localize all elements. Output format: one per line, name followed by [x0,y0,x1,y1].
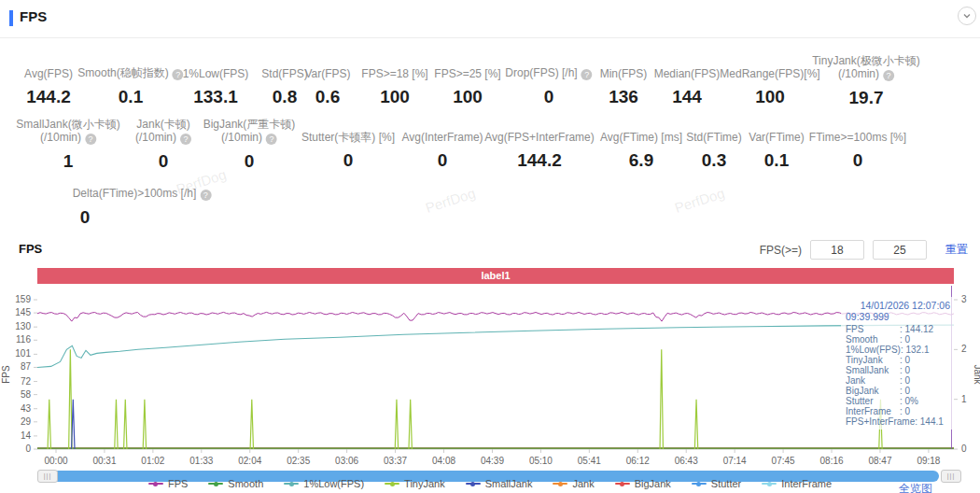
svg-text:00:00: 00:00 [44,456,67,466]
fps-threshold-input-2[interactable] [873,240,927,260]
metric-label: Median(FPS) [654,67,721,80]
metric-smooth: Smooth(稳帧指数)?0.1 [77,54,183,107]
svg-text:05:41: 05:41 [578,456,601,466]
svg-text:07:14: 07:14 [723,456,747,466]
metric-label: (/10min)? [16,131,119,145]
metric-value: 100 [361,87,427,107]
legend-label: Stutter [711,478,741,489]
help-icon[interactable]: ? [85,134,96,145]
svg-text:2: 2 [961,344,967,354]
legend-marker [762,481,777,486]
legend-item-smalljank[interactable]: SmallJank [466,478,533,489]
metric-value: 0.8 [261,87,307,107]
svg-text:03:37: 03:37 [384,456,407,466]
fps-threshold-input-1[interactable] [810,240,864,260]
legend-item-fps[interactable]: FPS [148,478,188,489]
tooltip-row: Stutter: 0% [846,396,950,406]
metric-jank: Jank(卡顿)(/10min)?0 [135,118,191,172]
metric-std-fps: Std(FPS)0.8 [261,54,307,107]
metric-tinyjank: TinyJank(极微小卡顿)(/10min)?19.7 [812,54,920,108]
legend-marker [553,481,567,486]
metric-label: Var(FTime) [749,131,804,144]
metric-value: 0 [135,151,191,172]
legend-item-1-low-fps-[interactable]: 1%Low(FPS) [284,478,364,489]
svg-text:00:31: 00:31 [92,456,116,466]
metric-var-fps: Var(FPS)0.6 [304,54,350,107]
metric-label: Min(FPS) [600,67,648,80]
metric-value: 0 [401,150,483,171]
metric-label: MedRange(FPS)[%] [720,67,819,80]
metric-label: Drop(FPS) [/h]? [505,66,592,80]
metric-value: 6.9 [600,150,682,171]
help-icon[interactable]: ? [581,69,593,80]
svg-text:Jank: Jank [973,364,980,385]
metric-label: Avg(FPS+InterFrame) [484,131,594,144]
legend-marker [615,481,630,486]
metric-ftime-ge-100ms: FTime>=100ms [%]0 [809,118,906,171]
metric-value: 133.1 [183,87,249,107]
metric-label: Std(FTime) [686,131,742,144]
metric-label: (/10min)? [203,131,296,145]
legend-item-stutter[interactable]: Stutter [692,478,741,489]
collapse-panel-button[interactable] [958,7,976,25]
watermark: PerfDog [673,185,727,216]
tooltip-rows: FPS: 144.12Smooth: 01%Low(FPS): 132.1Tin… [846,324,950,427]
legend-item-jank[interactable]: Jank [553,478,594,489]
tooltip-row: SmallJank: 0 [846,365,950,375]
title-accent-bar [9,10,13,26]
svg-text:04:08: 04:08 [432,456,455,466]
svg-text:03:06: 03:06 [335,456,358,466]
metric-label: Std(FPS) [261,67,307,80]
svg-text:07:45: 07:45 [772,456,795,466]
svg-text:08:16: 08:16 [820,456,844,466]
help-icon[interactable]: ? [200,190,211,201]
legend-label: 1%Low(FPS) [303,478,364,489]
metric-median-fps: Median(FPS)144 [654,54,721,107]
metric-std-ftime: Std(FTime)0.3 [686,118,742,171]
metric-label: Avg(FPS) [24,67,73,80]
svg-text:14: 14 [21,430,32,441]
metric-label: Smooth(稳帧指数)? [77,66,183,80]
metric-avg-interframe: Avg(InterFrame)0 [401,118,483,171]
legend-item-tinyjank[interactable]: TinyJank [385,478,445,489]
chart-legend: FPSSmooth1%Low(FPS)TinyJankSmallJankJank… [0,478,980,489]
legend-marker [466,481,481,486]
tooltip-row: 1%Low(FPS): 132.1 [846,345,950,355]
metric-value: 1 [16,151,119,172]
help-icon[interactable]: ? [883,70,894,81]
svg-text:101: 101 [15,348,31,359]
metric-label: SmallJank(微小卡顿) [16,118,119,131]
fps-chart[interactable]: 1591451301161018772584329140321000:0000:… [0,284,980,471]
svg-text:159: 159 [15,294,31,304]
chart-label-banner: label1 [37,268,954,284]
chevron-down-icon [961,10,973,21]
metric-value: 144.2 [484,150,594,171]
legend-item-bigjank[interactable]: BigJank [615,478,671,489]
metric-value: 0.3 [686,150,742,171]
help-icon[interactable]: ? [266,134,277,145]
overview-link[interactable]: 全览图 [899,481,932,493]
legend-label: FPS [168,478,188,489]
metric-min-fps: Min(FPS)136 [600,54,648,107]
metric-value: 144 [654,87,721,107]
svg-text:FPS: FPS [1,365,11,384]
reset-link[interactable]: 重置 [945,242,968,258]
svg-text:01:02: 01:02 [141,456,164,466]
chart-section-title: FPS [19,242,42,256]
svg-text:1: 1 [961,394,967,404]
legend-label: Jank [572,478,594,489]
metric-label: FPS>=18 [%] [361,67,427,80]
svg-text:04:39: 04:39 [481,456,504,466]
metric-value: 100 [720,87,819,107]
metric-label: BigJank(严重卡顿) [203,118,296,131]
legend-label: TinyJank [404,478,445,489]
metric-label: Jank(卡顿) [135,118,191,131]
help-icon[interactable]: ? [180,134,191,145]
legend-item-interframe[interactable]: InterFrame [762,478,832,489]
legend-item-smooth[interactable]: Smooth [208,478,263,489]
metric-label: Stutter(卡顿率) [%] [301,131,395,144]
metric-value: 136 [600,87,648,107]
metric-var-ftime: Var(FTime)0.1 [749,118,804,171]
svg-text:08:47: 08:47 [868,456,891,466]
metric-label: (/10min)? [812,67,920,81]
